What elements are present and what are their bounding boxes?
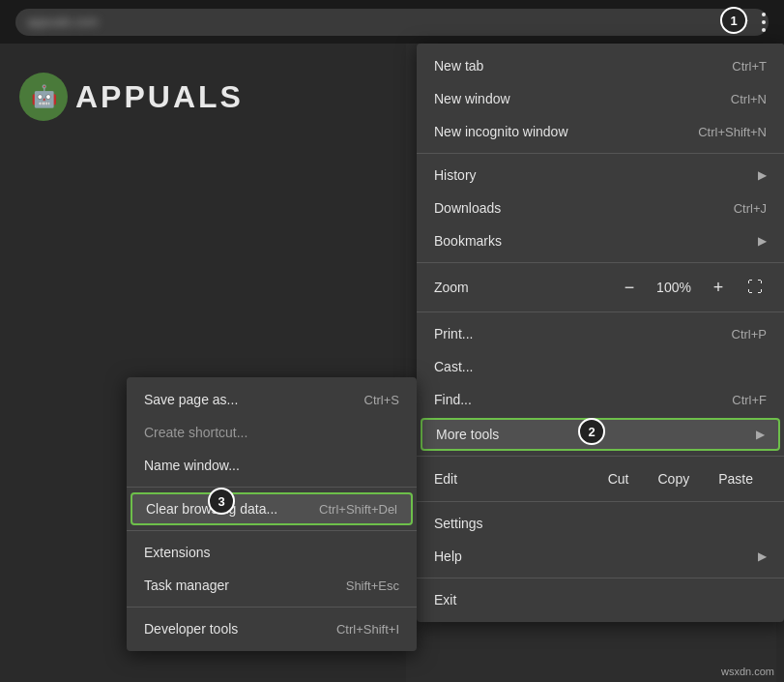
edit-label: Edit: [434, 471, 595, 487]
developer-tools-shortcut: Ctrl+Shift+I: [336, 622, 399, 637]
create-shortcut-label: Create shortcut...: [144, 425, 399, 440]
watermark: wsxdn.com: [721, 666, 774, 677]
menu-item-cast[interactable]: Cast...: [417, 350, 784, 383]
zoom-increase-button[interactable]: +: [705, 274, 732, 301]
help-label: Help: [434, 549, 750, 564]
logo-icon: 🤖: [19, 73, 68, 121]
bookmarks-label: Bookmarks: [434, 233, 750, 249]
task-manager-label: Task manager: [144, 578, 346, 593]
menu-item-bookmarks[interactable]: Bookmarks ▶: [417, 224, 784, 257]
downloads-shortcut: Ctrl+J: [734, 201, 767, 216]
print-shortcut: Ctrl+P: [732, 327, 767, 341]
menu-item-settings[interactable]: Settings: [417, 507, 784, 540]
find-label: Find...: [434, 392, 732, 407]
menu-item-downloads[interactable]: Downloads Ctrl+J: [417, 192, 784, 224]
sub-menu-task-manager[interactable]: Task manager Shift+Esc: [127, 569, 417, 602]
new-tab-label: New tab: [434, 58, 732, 74]
separator-2: [417, 262, 784, 263]
menu-item-help[interactable]: Help ▶: [417, 540, 784, 573]
menu-item-new-window[interactable]: New window Ctrl+N: [417, 82, 784, 115]
address-bar[interactable]: appuals.com ★: [15, 9, 769, 36]
save-page-label: Save page as...: [144, 392, 364, 407]
badge-1: 1: [720, 7, 747, 34]
history-label: History: [434, 167, 750, 183]
exit-label: Exit: [434, 592, 767, 608]
cut-button[interactable]: Cut: [595, 467, 643, 490]
edit-buttons: Cut Copy Paste: [595, 467, 767, 490]
paste-button[interactable]: Paste: [705, 467, 767, 490]
separator-3: [417, 311, 784, 312]
task-manager-shortcut: Shift+Esc: [346, 578, 399, 593]
menu-item-find[interactable]: Find... Ctrl+F: [417, 383, 784, 416]
appuals-logo: 🤖 APPUALS: [19, 73, 244, 121]
edit-row: Edit Cut Copy Paste: [417, 461, 784, 496]
print-label: Print...: [434, 326, 732, 341]
sub-menu-clear-browsing[interactable]: Clear browsing data... Ctrl+Shift+Del: [131, 492, 413, 525]
sub-menu-extensions[interactable]: Extensions: [127, 536, 417, 569]
address-text: appuals.com: [27, 15, 99, 29]
extensions-label: Extensions: [144, 545, 399, 560]
chrome-menu: New tab Ctrl+T New window Ctrl+N New inc…: [417, 44, 784, 622]
zoom-percent: 100%: [654, 280, 693, 295]
sub-separator-2: [127, 530, 417, 531]
help-arrow: ▶: [758, 549, 767, 563]
sub-separator-1: [127, 487, 417, 488]
new-window-shortcut: Ctrl+N: [731, 92, 767, 106]
copy-button[interactable]: Copy: [645, 467, 704, 490]
more-tools-arrow: ▶: [756, 428, 765, 441]
separator-4: [417, 456, 784, 457]
separator-6: [417, 578, 784, 578]
zoom-row: Zoom − 100% + ⛶: [417, 268, 784, 307]
settings-label: Settings: [434, 516, 767, 531]
menu-item-history[interactable]: History ▶: [417, 159, 784, 192]
bookmarks-arrow: ▶: [758, 234, 767, 248]
separator-5: [417, 501, 784, 502]
incognito-shortcut: Ctrl+Shift+N: [698, 125, 767, 139]
menu-item-exit[interactable]: Exit: [417, 583, 784, 616]
incognito-label: New incognito window: [434, 124, 698, 139]
logo-text: APPUALS: [75, 79, 244, 115]
browser-toolbar: appuals.com ★: [0, 0, 784, 44]
find-shortcut: Ctrl+F: [732, 393, 767, 407]
sub-menu-name-window[interactable]: Name window...: [127, 449, 417, 482]
zoom-label: Zoom: [434, 280, 616, 295]
sub-menu-developer-tools[interactable]: Developer tools Ctrl+Shift+I: [127, 612, 417, 645]
sub-menu-create-shortcut[interactable]: Create shortcut...: [127, 416, 417, 449]
menu-item-incognito[interactable]: New incognito window Ctrl+Shift+N: [417, 115, 784, 148]
new-tab-shortcut: Ctrl+T: [732, 59, 767, 74]
three-dot-menu-button[interactable]: [749, 8, 778, 37]
zoom-decrease-button[interactable]: −: [616, 274, 643, 301]
menu-item-print[interactable]: Print... Ctrl+P: [417, 317, 784, 350]
save-page-shortcut: Ctrl+S: [364, 393, 399, 407]
separator-1: [417, 153, 784, 154]
badge-2: 2: [578, 418, 605, 445]
zoom-controls: − 100% + ⛶: [616, 274, 767, 301]
name-window-label: Name window...: [144, 458, 399, 473]
history-arrow: ▶: [758, 168, 767, 182]
cast-label: Cast...: [434, 359, 767, 374]
badge-3: 3: [208, 488, 235, 515]
menu-item-new-tab[interactable]: New tab Ctrl+T: [417, 49, 784, 82]
clear-browsing-shortcut: Ctrl+Shift+Del: [319, 502, 397, 517]
sub-separator-3: [127, 607, 417, 608]
developer-tools-label: Developer tools: [144, 621, 336, 637]
sub-menu-more-tools: Save page as... Ctrl+S Create shortcut..…: [127, 377, 417, 651]
three-dots-icon: [762, 13, 766, 32]
fullscreen-icon[interactable]: ⛶: [743, 277, 767, 298]
new-window-label: New window: [434, 91, 731, 106]
sub-menu-save-page[interactable]: Save page as... Ctrl+S: [127, 383, 417, 416]
downloads-label: Downloads: [434, 200, 734, 216]
